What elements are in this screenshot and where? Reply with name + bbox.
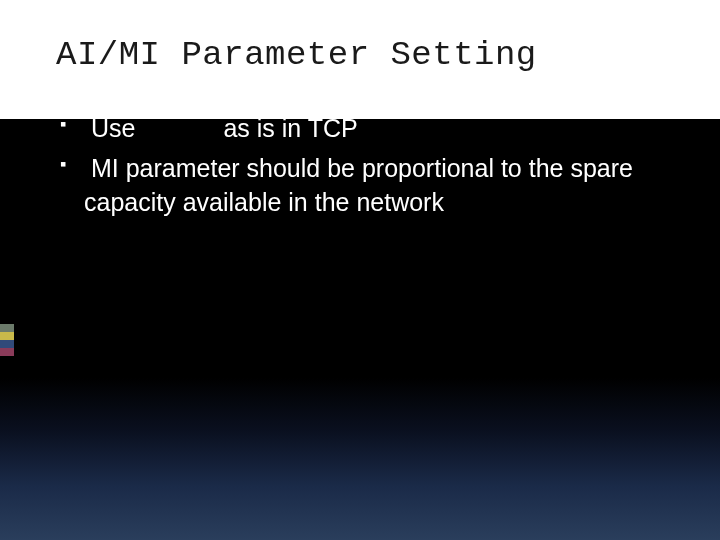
bullet-text: Useas is in TCP bbox=[91, 114, 358, 142]
bullet-pre: Use bbox=[91, 114, 135, 142]
accent-color-3 bbox=[0, 340, 14, 348]
slide-title: AI/MI Parameter Setting bbox=[0, 0, 720, 74]
bullet-text: MI parameter should be proportional to t… bbox=[84, 154, 633, 216]
bullet-marker-icon: ▪ bbox=[60, 112, 84, 136]
accent-stripe bbox=[0, 324, 14, 356]
slide-body: ▪ Useas is in TCP ▪ MI parameter should … bbox=[0, 74, 720, 219]
accent-color-4 bbox=[0, 348, 14, 356]
bullet-item: ▪ MI parameter should be proportional to… bbox=[84, 152, 660, 220]
bullet-marker-icon: ▪ bbox=[60, 152, 84, 176]
accent-color-1 bbox=[0, 324, 14, 332]
bullet-item: ▪ Useas is in TCP bbox=[84, 112, 660, 146]
slide: AI/MI Parameter Setting ▪ Useas is in TC… bbox=[0, 0, 720, 540]
accent-color-2 bbox=[0, 332, 14, 340]
bullet-post: as is in TCP bbox=[223, 114, 357, 142]
